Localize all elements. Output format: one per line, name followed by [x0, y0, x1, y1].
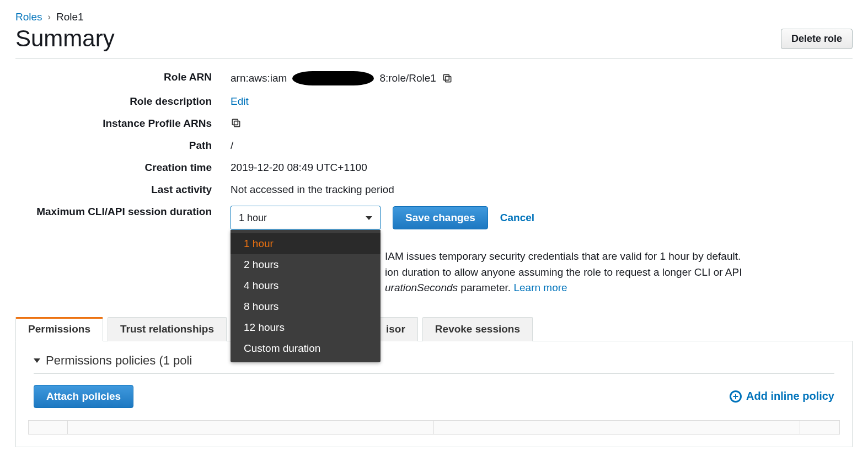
row-role-description: Role description Edit — [15, 95, 853, 108]
breadcrumb-current: Role1 — [56, 11, 84, 23]
page-title: Summary — [15, 25, 115, 52]
redacted-account-id — [292, 71, 374, 85]
option-8-hours[interactable]: 8 hours — [231, 296, 381, 317]
breadcrumb-parent-link[interactable]: Roles — [15, 11, 42, 23]
svg-rect-3 — [232, 119, 238, 125]
learn-more-link[interactable]: Learn more — [513, 282, 567, 293]
arn-prefix: arn:aws:iam — [231, 72, 287, 84]
add-inline-policy-link[interactable]: + Add inline policy — [730, 390, 834, 403]
th-name — [68, 420, 434, 435]
label-last-activity: Last activity — [15, 184, 231, 196]
svg-rect-1 — [443, 74, 449, 80]
tab-content-permissions: Permissions policies (1 poli Attach poli… — [15, 341, 853, 447]
chevron-right-icon: › — [48, 12, 51, 22]
policies-heading-text: Permissions policies (1 poli — [46, 353, 192, 368]
breadcrumb: Roles › Role1 — [15, 11, 853, 23]
svg-rect-2 — [234, 121, 240, 127]
details-section: Role ARN arn:aws:iam8:role/Role1 Role de… — [15, 71, 853, 296]
tab-permissions[interactable]: Permissions — [15, 317, 103, 341]
value-creation-time: 2019-12-20 08:49 UTC+1100 — [231, 162, 853, 174]
copy-icon[interactable] — [231, 117, 242, 128]
label-role-description: Role description — [15, 95, 231, 108]
label-max-session: Maximum CLI/API session duration — [15, 206, 231, 218]
option-12-hours[interactable]: 12 hours — [231, 317, 381, 338]
value-role-arn: arn:aws:iam8:role/Role1 — [231, 71, 853, 85]
session-help-text: IAM issues temporary security credential… — [385, 249, 853, 296]
title-row: Summary Delete role — [15, 25, 853, 59]
plus-circle-icon: + — [730, 390, 742, 403]
option-4-hours[interactable]: 4 hours — [231, 275, 381, 296]
session-duration-dropdown: 1 hour 2 hours 4 hours 8 hours 12 hours … — [231, 230, 381, 362]
label-instance-profile-arns: Instance Profile ARNs — [15, 117, 231, 130]
svg-rect-0 — [446, 77, 451, 82]
save-changes-button[interactable]: Save changes — [393, 206, 488, 229]
th-check — [28, 420, 68, 435]
th-action — [800, 420, 840, 435]
cancel-link[interactable]: Cancel — [500, 212, 534, 224]
policies-header: Permissions policies (1 poli — [34, 353, 834, 374]
row-path: Path / — [15, 140, 853, 152]
edit-description-link[interactable]: Edit — [231, 95, 249, 108]
value-last-activity: Not accessed in the tracking period — [231, 184, 853, 196]
row-session-help: IAM issues temporary security credential… — [15, 240, 853, 296]
option-2-hours[interactable]: 2 hours — [231, 254, 381, 275]
label-role-arn: Role ARN — [15, 71, 231, 83]
option-custom-duration[interactable]: Custom duration — [231, 338, 381, 359]
disclosure-triangle-icon[interactable] — [34, 358, 40, 363]
delete-role-button[interactable]: Delete role — [781, 29, 853, 49]
th-type — [434, 420, 800, 435]
label-creation-time: Creation time — [15, 162, 231, 174]
tab-revoke-sessions[interactable]: Revoke sessions — [422, 317, 533, 341]
row-creation-time: Creation time 2019-12-20 08:49 UTC+1100 — [15, 162, 853, 174]
row-max-session: Maximum CLI/API session duration 1 hour … — [15, 206, 853, 230]
label-path: Path — [15, 140, 231, 152]
value-path: / — [231, 140, 853, 152]
arn-suffix: 8:role/Role1 — [379, 72, 436, 84]
row-last-activity: Last activity Not accessed in the tracki… — [15, 184, 853, 196]
row-instance-profile-arns: Instance Profile ARNs — [15, 117, 853, 130]
row-role-arn: Role ARN arn:aws:iam8:role/Role1 — [15, 71, 853, 85]
session-duration-select[interactable]: 1 hour 1 hour 2 hours 4 hours 8 hours 12… — [231, 206, 381, 230]
policies-table-header — [28, 420, 840, 435]
select-value: 1 hour — [239, 212, 267, 224]
option-1-hour[interactable]: 1 hour — [231, 233, 381, 254]
attach-policies-button[interactable]: Attach policies — [34, 385, 133, 408]
tabs-row: Permissions Trust relationships isor Rev… — [15, 317, 853, 341]
caret-down-icon — [366, 216, 372, 220]
tab-trust-relationships[interactable]: Trust relationships — [108, 317, 227, 341]
copy-icon[interactable] — [442, 73, 453, 84]
